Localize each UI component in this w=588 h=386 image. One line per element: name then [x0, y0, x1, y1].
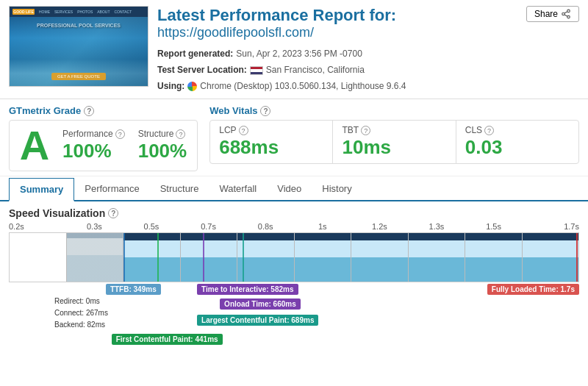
gtmetrix-grade-section: GTmetrix Grade ? A Performance ? 100%	[9, 105, 198, 171]
frame-1	[10, 233, 67, 282]
frame-8	[409, 233, 466, 282]
gtmetrix-grade-title: GTmetrix Grade ?	[9, 105, 198, 116]
tab-history[interactable]: History	[312, 178, 362, 200]
gtmetrix-grade-box: A Performance ? 100% Structure ?	[9, 120, 198, 171]
tbt-label: TBT ?	[342, 125, 446, 135]
server-location-label: Test Server Location:	[157, 62, 247, 79]
time-label-17: 1.7s	[522, 222, 579, 231]
report-info: Latest Performance Report for: https://g…	[148, 6, 579, 94]
using-row: Using: Chrome (Desktop) 103.0.5060.134, …	[157, 79, 535, 95]
annotations-area: TTFB: 349ms Redirect: 0ms Connect: 267ms…	[9, 284, 579, 368]
speed-visualization-section: Speed Visualization ? 0.2s 0.3s 0.5s 0.7…	[0, 201, 588, 368]
tti-annotation: Time to Interactive: 582ms	[197, 284, 298, 295]
grades-section: GTmetrix Grade ? A Performance ? 100%	[0, 99, 588, 176]
lcp-marker	[243, 233, 244, 282]
share-button[interactable]: Share	[526, 6, 579, 22]
tab-performance[interactable]: Performance	[74, 178, 149, 200]
report-generated-row: Report generated: Sun, Apr 2, 2023 3:56 …	[157, 46, 535, 62]
report-title: Latest Performance Report for:	[157, 6, 535, 25]
ttfb-marker	[123, 233, 125, 282]
frame-5	[237, 233, 295, 282]
web-vitals-help-icon[interactable]: ?	[260, 106, 270, 116]
site-thumbnail: GOOD LIFE HOME SERVICES PHOTOS ABOUT CON…	[9, 6, 148, 87]
tab-waterfall[interactable]: Waterfall	[209, 178, 267, 200]
performance-value: 100%	[62, 140, 125, 162]
share-icon	[561, 9, 571, 19]
time-label-02: 0.2s	[9, 222, 66, 231]
time-label-03: 0.3s	[66, 222, 123, 231]
cls-metric: CLS ? 0.03	[456, 121, 578, 163]
web-vitals-title: Web Vitals ?	[209, 105, 579, 116]
svg-line-3	[564, 15, 567, 16]
report-url: https://goodlifepoolsfl.com/	[157, 25, 535, 40]
structure-label: Structure ?	[138, 129, 187, 139]
time-labels: 0.2s 0.3s 0.5s 0.7s 0.8s 1s 1.2s 1.3s 1.…	[9, 222, 579, 231]
lcp-paint-annotation: Largest Contentful Paint: 689ms	[197, 315, 318, 326]
frame-7	[351, 233, 409, 282]
onload-annotation: Onload Time: 660ms	[220, 299, 301, 310]
tab-video[interactable]: Video	[267, 178, 312, 200]
lcp-metric: LCP ? 688ms	[210, 121, 333, 163]
speed-viz-help-icon[interactable]: ?	[108, 208, 118, 218]
frame-2	[67, 233, 124, 282]
time-label-08: 0.8s	[237, 222, 294, 231]
time-label-13: 1.3s	[408, 222, 465, 231]
cls-help-icon[interactable]: ?	[484, 126, 494, 135]
fully-loaded-marker	[576, 233, 578, 282]
tti-marker	[203, 233, 204, 282]
report-generated-value: Sun, Apr 2, 2023 3:56 PM -0700	[236, 46, 362, 62]
speed-viz-title: Speed Visualization ?	[9, 207, 579, 219]
structure-value: 100%	[138, 140, 187, 162]
using-label: Using:	[157, 79, 184, 95]
fcp-marker	[157, 233, 159, 282]
frame-6	[295, 233, 352, 282]
tab-structure[interactable]: Structure	[150, 178, 209, 200]
performance-label: Performance ?	[62, 129, 125, 139]
chrome-icon	[187, 82, 197, 91]
using-value: Chrome (Desktop) 103.0.5060.134, Lightho…	[200, 79, 406, 95]
web-vitals-section: Web Vitals ? LCP ? 688ms TBT ? 10ms	[209, 105, 579, 164]
svg-point-0	[567, 10, 570, 12]
report-generated-label: Report generated:	[157, 46, 233, 62]
frame-9	[465, 233, 523, 282]
time-label-12: 1.2s	[351, 222, 409, 231]
tab-summary[interactable]: Summary	[9, 178, 74, 201]
structure-metric: Structure ? 100%	[138, 129, 187, 162]
time-label-07: 0.7s	[180, 222, 237, 231]
tabs-bar: Summary Performance Structure Waterfall …	[0, 178, 588, 201]
flag-icon	[250, 66, 263, 75]
lcp-label: LCP ?	[219, 125, 323, 135]
ttfb-annotation: TTFB: 349ms	[106, 284, 161, 295]
cls-value: 0.03	[465, 136, 570, 159]
performance-metric: Performance ? 100%	[62, 129, 125, 162]
gtmetrix-help-icon[interactable]: ?	[84, 106, 94, 116]
structure-help-icon[interactable]: ?	[176, 129, 185, 139]
time-label-05: 0.5s	[123, 222, 180, 231]
time-label-15: 1.5s	[465, 222, 523, 231]
lcp-help-icon[interactable]: ?	[239, 126, 248, 135]
server-location-value: San Francisco, California	[266, 62, 365, 79]
frames-strip	[9, 232, 579, 282]
tbt-help-icon[interactable]: ?	[361, 126, 370, 135]
svg-line-4	[564, 12, 567, 13]
server-location-row: Test Server Location: San Francisco, Cal…	[157, 62, 535, 79]
cls-label: CLS ?	[465, 125, 570, 135]
fully-loaded-annotation: Fully Loaded Time: 1.7s	[487, 284, 579, 295]
svg-point-2	[567, 15, 570, 18]
frame-4	[181, 233, 238, 282]
header: GOOD LIFE HOME SERVICES PHOTOS ABOUT CON…	[0, 0, 588, 99]
web-vitals-box: LCP ? 688ms TBT ? 10ms CLS ?	[209, 120, 579, 164]
ttfb-details: Redirect: 0ms Connect: 267ms Backend: 82…	[54, 296, 108, 331]
grade-letter: A	[17, 125, 52, 166]
svg-point-1	[562, 12, 565, 15]
time-label-10: 1s	[294, 222, 351, 231]
frame-3	[123, 233, 181, 282]
tbt-metric: TBT ? 10ms	[333, 121, 456, 163]
frame-10	[523, 233, 579, 282]
performance-help-icon[interactable]: ?	[115, 129, 125, 139]
lcp-value: 688ms	[219, 136, 323, 159]
share-label: Share	[534, 9, 558, 19]
timeline: 0.2s 0.3s 0.5s 0.7s 0.8s 1s 1.2s 1.3s 1.…	[9, 222, 579, 368]
fcp-annotation: First Contentful Paint: 441ms	[112, 334, 223, 345]
tbt-value: 10ms	[342, 136, 446, 159]
